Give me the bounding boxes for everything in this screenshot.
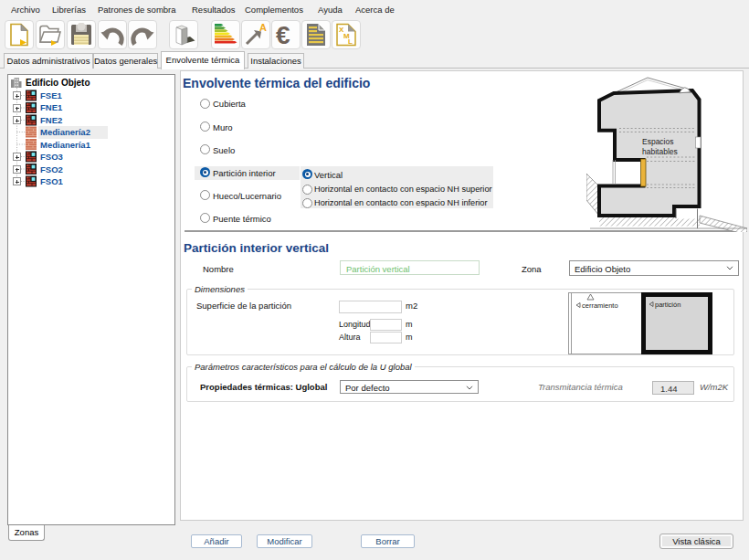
svg-text:habitables: habitables [642, 147, 678, 156]
svg-text:A: A [259, 23, 267, 33]
svg-text:Espacios: Espacios [642, 137, 674, 146]
svg-text:€: € [276, 23, 290, 47]
svg-text:L: L [348, 37, 353, 46]
